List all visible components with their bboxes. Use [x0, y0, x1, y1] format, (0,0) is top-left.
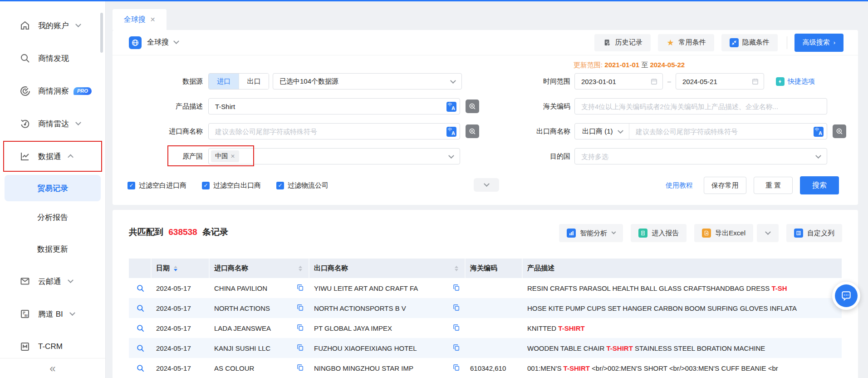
globe-icon[interactable]	[129, 36, 142, 49]
row-search-icon[interactable]	[129, 364, 152, 373]
cell-exporter[interactable]: YIWU LEITE ART AND CRAFT FA	[309, 284, 466, 293]
table-row: 2024-05-17NORTH ACTIONSNORTH ACTIONSPORT…	[129, 298, 842, 318]
sidebar-subitem-trade-records[interactable]: 贸易记录	[5, 175, 101, 201]
product-input[interactable]	[209, 103, 460, 110]
translate-icon[interactable]: 中A	[814, 127, 824, 137]
cell-importer[interactable]: CHINA PAVILION	[210, 284, 309, 293]
sidebar-item-discovery[interactable]: 商情发现	[0, 42, 105, 75]
copy-icon[interactable]	[453, 324, 460, 333]
copy-icon[interactable]	[297, 304, 304, 313]
exporter-name: PT GLOBAL JAYA IMPEX	[314, 324, 449, 332]
advanced-search-button[interactable]: 高级搜索 ›	[794, 34, 843, 52]
table-row: 2024-05-17AS COLOURNINGBO MINGZHOU STAR …	[129, 358, 842, 378]
row-search-icon[interactable]	[129, 284, 152, 293]
filter-blank-exporter-checkbox[interactable]: ✓ 过滤空白出口商	[202, 181, 261, 190]
translate-icon[interactable]: 中A	[446, 102, 456, 112]
datasource-select[interactable]: 已选中104个数据源	[273, 73, 462, 90]
sidebar-scrollbar[interactable]	[100, 13, 103, 53]
cell-exporter[interactable]: NORTH ACTIONSPORTS B V	[309, 304, 466, 313]
cell-product-description: RESIN CRAFTS PARASOL HEALTH BALL GLASS C…	[523, 284, 842, 292]
copy-icon[interactable]	[297, 344, 304, 353]
synonym-search-icon[interactable]	[466, 99, 479, 113]
module-title: 全球搜	[147, 38, 169, 47]
enter-report-button[interactable]: 进入报告	[631, 224, 687, 242]
row-search-icon[interactable]	[129, 304, 152, 313]
sidebar-item-radar[interactable]: 商情雷达	[0, 107, 105, 140]
synonym-search-icon[interactable]	[466, 124, 479, 138]
tutorial-link[interactable]: 使用教程	[666, 181, 693, 190]
copy-icon[interactable]	[453, 364, 460, 373]
copy-icon[interactable]	[453, 304, 460, 313]
chevron-down-icon[interactable]	[173, 38, 179, 44]
copy-icon[interactable]	[297, 324, 304, 333]
cell-importer[interactable]: KANJI SUSHI LLC	[210, 344, 309, 353]
cell-exporter[interactable]: NINGBO MINGZHOU STAR IMP	[309, 364, 466, 373]
sidebar-subitem-data-update[interactable]: 数据更新	[0, 233, 105, 265]
sidebar-item-data[interactable]: 数据通	[0, 140, 105, 173]
history-button[interactable]: 历史记录	[594, 34, 651, 51]
hide-conditions-button[interactable]: 隐藏条件	[721, 34, 778, 51]
tab-global-search[interactable]: 全球搜 ✕	[113, 9, 167, 30]
insight-icon	[19, 85, 31, 97]
search-button[interactable]: 搜索	[800, 176, 839, 194]
sort-icon[interactable]	[174, 264, 177, 273]
export-excel-button[interactable]: 导出Excel	[694, 224, 753, 242]
destination-input[interactable]	[575, 153, 806, 160]
close-icon[interactable]: ✕	[150, 16, 156, 23]
fold-conditions-button[interactable]	[474, 178, 499, 192]
toggle-export[interactable]: 出口	[239, 74, 269, 89]
header-label: 进口商名称	[214, 264, 248, 273]
synonym-search-icon[interactable]	[833, 124, 846, 138]
reset-button[interactable]: 重 置	[754, 177, 793, 194]
quick-options-link[interactable]: 快捷选项	[776, 77, 815, 86]
filter-blank-importer-checkbox[interactable]: ✓ 过滤空白进口商	[128, 181, 186, 190]
sidebar-item-insight[interactable]: 商情洞察 PRO	[0, 75, 105, 107]
chevron-down-icon	[612, 229, 616, 234]
save-favorite-button[interactable]: 保存常用	[704, 177, 746, 194]
sidebar-item-mail[interactable]: 云邮通	[0, 265, 105, 298]
sidebar-item-my-account[interactable]: 我的账户	[0, 9, 105, 42]
translate-icon[interactable]: 中A	[446, 127, 456, 137]
importer-name: CHINA PAVILION	[214, 284, 293, 292]
cell-importer[interactable]: AS COLOUR	[210, 364, 309, 373]
export-options-button[interactable]	[757, 224, 779, 242]
sort-icon[interactable]	[455, 264, 458, 273]
sidebar-collapse-button[interactable]: «	[0, 358, 105, 378]
header-cell-exporter[interactable]: 出口商名称	[309, 259, 466, 278]
sidebar-item-bi[interactable]: BI 腾道 BI	[0, 298, 105, 330]
row-search-icon[interactable]	[129, 324, 152, 333]
copy-icon[interactable]	[297, 364, 304, 373]
importer-input[interactable]	[209, 128, 460, 135]
exporter-input[interactable]	[629, 128, 827, 135]
customize-columns-button[interactable]: 自定义列	[786, 224, 842, 242]
date-to-input[interactable]: 2024-05-21	[676, 73, 764, 90]
sidebar-subitem-analysis-report[interactable]: 分析报告	[0, 201, 105, 233]
filter-logistics-checkbox[interactable]: ✓ 过滤物流公司	[276, 181, 329, 190]
copy-icon[interactable]	[453, 344, 460, 353]
checkbox-checked-icon: ✓	[128, 182, 135, 189]
cell-importer[interactable]: NORTH ACTIONS	[210, 304, 309, 313]
cell-exporter[interactable]: PT GLOBAL JAYA IMPEX	[309, 324, 466, 333]
favorites-button[interactable]: ★ 常用条件	[658, 34, 714, 51]
sort-icon[interactable]	[299, 264, 302, 273]
copy-icon[interactable]	[297, 284, 304, 293]
hs-code-input[interactable]	[575, 103, 827, 110]
copy-icon[interactable]	[453, 284, 460, 293]
cell-importer[interactable]: LADA JEANSWEA	[210, 324, 309, 333]
smart-analysis-button[interactable]: 智能分析	[559, 224, 623, 242]
toggle-import[interactable]: 进口	[209, 74, 239, 89]
product-label: 产品描述	[113, 102, 203, 111]
header-cell-date[interactable]: 日期	[152, 259, 210, 278]
destination-select[interactable]	[574, 148, 827, 164]
header-cell-importer[interactable]: 进口商名称	[210, 259, 309, 278]
date-from-input[interactable]: 2023-01-01	[574, 73, 663, 90]
results-table-body: 2024-05-17CHINA PAVILIONYIWU LEITE ART A…	[129, 278, 842, 378]
origin-country-select[interactable]: 中国 ✕	[208, 148, 460, 164]
row-search-icon[interactable]	[129, 344, 152, 353]
customer-service-button[interactable]	[832, 282, 860, 310]
tag-close-icon[interactable]: ✕	[230, 153, 235, 159]
cell-exporter[interactable]: FUZHOU XIAOFEIXIANG HOTEL	[309, 344, 466, 353]
collapse-icon: «	[49, 363, 55, 374]
header-cell-hs: 海关编码	[466, 259, 523, 278]
exporter-type-select[interactable]: 出口商 (1)	[575, 124, 629, 139]
